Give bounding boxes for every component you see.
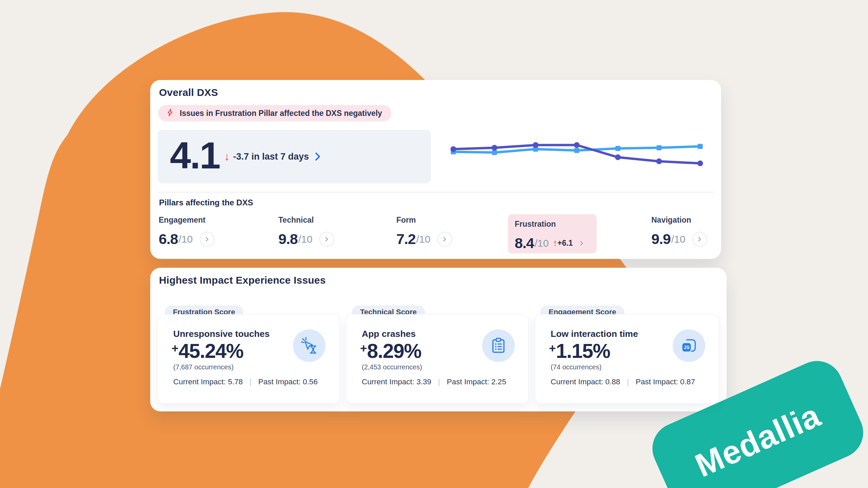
issue-card-low-interaction-time[interactable]: Low interaction time + 1.15% (74 occurre… bbox=[535, 314, 719, 404]
pillar-denominator: /10 bbox=[179, 233, 193, 245]
medallia-logo-text: Medallia bbox=[690, 396, 826, 485]
pillar-navigation: Navigation 9.9/10 bbox=[651, 216, 707, 247]
current-impact: Current Impact: 5.78 bbox=[173, 378, 243, 386]
pillar-denominator: /10 bbox=[535, 238, 549, 249]
issue-name: Unresponsive touches bbox=[173, 329, 270, 339]
issue-impacts: Current Impact: 0.88 | Past Impact: 0.87 bbox=[551, 378, 695, 386]
trend-down-arrow-icon: ↓ bbox=[224, 150, 230, 163]
past-impact: Past Impact: 0.87 bbox=[636, 378, 695, 386]
cursor-click-hourglass-icon bbox=[293, 329, 326, 362]
impact-separator: | bbox=[627, 378, 629, 386]
overall-dxs-title: Overall DXS bbox=[159, 87, 218, 98]
pillar-score: 8.4 bbox=[515, 235, 534, 251]
issues-card-title: Highest Impact Experience Issues bbox=[159, 274, 326, 286]
pillar-label: Technical bbox=[278, 216, 334, 225]
issue-percent: 8.29% bbox=[367, 340, 421, 363]
plus-sign: + bbox=[360, 342, 367, 355]
card-divider bbox=[158, 192, 714, 192]
overall-score-box: 4.1 ↓ -3.7 in last 7 days bbox=[158, 130, 431, 183]
pillar-score: 9.8 bbox=[278, 231, 298, 247]
page: Overall DXS Issues in Frustration Pillar… bbox=[0, 0, 868, 488]
issue-impacts: Current Impact: 3.39 | Past Impact: 2.25 bbox=[362, 378, 506, 386]
pillar-denominator: /10 bbox=[671, 233, 686, 245]
overall-score-value: 4.1 bbox=[170, 134, 220, 177]
impact-separator: | bbox=[250, 378, 252, 386]
past-impact: Past Impact: 2.25 bbox=[447, 378, 506, 386]
score-trend: ↓ -3.7 in last 7 days bbox=[224, 150, 321, 163]
issue-name: App crashes bbox=[362, 329, 416, 339]
pillar-label: Form bbox=[396, 216, 452, 225]
plus-sign: + bbox=[549, 342, 556, 355]
pillar-score: 7.2 bbox=[396, 231, 416, 247]
pillar-chevron-button[interactable] bbox=[319, 232, 334, 247]
pillar-score: 6.8 bbox=[159, 231, 178, 247]
issue-card-app-crashes[interactable]: App crashes + 8.29% (2,453 occurrences) … bbox=[346, 314, 529, 404]
trend-text: -3.7 in last 7 days bbox=[233, 151, 309, 162]
highest-impact-issues-card: Highest Impact Experience Issues Frustra… bbox=[150, 268, 727, 411]
current-impact: Current Impact: 0.88 bbox=[551, 378, 620, 386]
pillar-delta: +6.1 bbox=[557, 239, 573, 248]
pillar-technical: Technical 9.8/10 bbox=[278, 216, 334, 247]
pillar-label: Navigation bbox=[651, 216, 707, 225]
pillar-score: 9.9 bbox=[651, 231, 671, 247]
issue-impacts: Current Impact: 5.78 | Past Impact: 0.56 bbox=[173, 378, 318, 386]
pillar-chevron-button[interactable] bbox=[579, 240, 584, 246]
pillar-denominator: /10 bbox=[298, 233, 313, 245]
pillar-label: Frustration bbox=[515, 220, 597, 229]
js-badge-icon: JS bbox=[673, 329, 705, 362]
impact-separator: | bbox=[438, 378, 440, 386]
alert-text: Issues in Frustration Pillar affected th… bbox=[180, 109, 382, 118]
issue-card-unresponsive-touches[interactable]: Unresponsive touches + 45.24% (7,687 occ… bbox=[158, 314, 339, 404]
current-impact: Current Impact: 3.39 bbox=[362, 378, 431, 386]
issue-occurrences: (7,687 occurrences) bbox=[173, 363, 234, 371]
issue-occurrences: (74 occurrences) bbox=[551, 363, 601, 371]
plus-sign: + bbox=[172, 342, 178, 355]
pillar-form: Form 7.2/10 bbox=[396, 216, 452, 247]
svg-text:JS: JS bbox=[684, 345, 689, 350]
frustration-alert-badge: Issues in Frustration Pillar affected th… bbox=[158, 105, 391, 121]
delta-up-arrow-icon: ↑ bbox=[553, 238, 558, 248]
lightning-icon bbox=[166, 108, 175, 118]
pillar-denominator: /10 bbox=[416, 233, 431, 245]
overall-dxs-card: Overall DXS Issues in Frustration Pillar… bbox=[150, 80, 721, 259]
clipboard-list-icon bbox=[482, 329, 515, 362]
issue-occurrences: (2,453 occurrences) bbox=[362, 363, 422, 371]
issue-percent: 1.15% bbox=[556, 340, 610, 363]
pillar-chevron-button[interactable] bbox=[437, 232, 452, 247]
dxs-trend-chart bbox=[449, 140, 704, 174]
trend-chevron-icon[interactable] bbox=[314, 152, 321, 161]
pillar-frustration: Frustration 8.4/10 ↑ +6.1 bbox=[508, 214, 597, 253]
pillar-chevron-button[interactable] bbox=[200, 232, 215, 247]
past-impact: Past Impact: 0.56 bbox=[258, 378, 318, 386]
issue-percent: 45.24% bbox=[178, 340, 243, 363]
pillars-heading: Pillars affecting the DXS bbox=[159, 198, 253, 207]
issue-name: Low interaction time bbox=[551, 329, 638, 339]
pillar-label: Engagement bbox=[159, 216, 215, 225]
pillar-chevron-button[interactable] bbox=[692, 232, 707, 247]
pillar-engagement: Engagement 6.8/10 bbox=[159, 216, 215, 247]
